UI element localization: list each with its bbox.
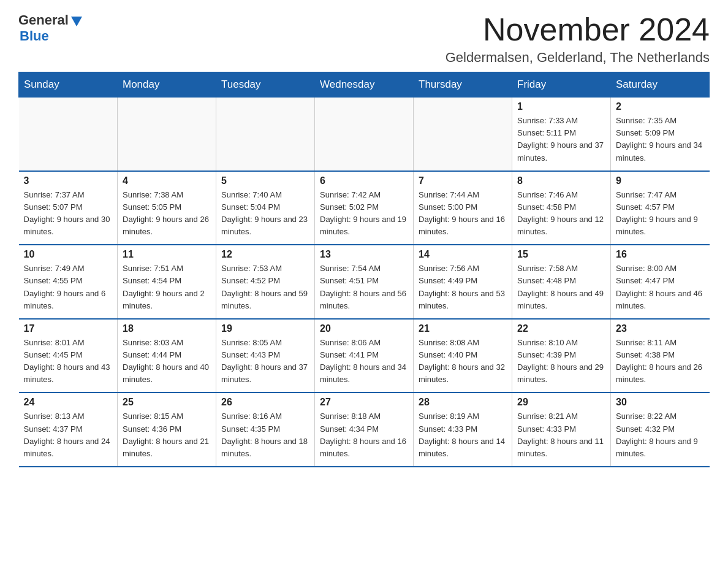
calendar-cell [118, 98, 216, 171]
day-info: Sunrise: 8:10 AM Sunset: 4:39 PM Dayligh… [517, 337, 605, 386]
calendar-week-row: 1Sunrise: 7:33 AM Sunset: 5:11 PM Daylig… [19, 98, 710, 171]
day-info: Sunrise: 8:16 AM Sunset: 4:35 PM Dayligh… [221, 410, 309, 460]
day-number: 23 [616, 323, 705, 334]
day-info: Sunrise: 8:08 AM Sunset: 4:40 PM Dayligh… [419, 337, 507, 386]
day-info: Sunrise: 8:15 AM Sunset: 4:36 PM Dayligh… [123, 410, 211, 460]
calendar-week-row: 24Sunrise: 8:13 AM Sunset: 4:37 PM Dayli… [19, 393, 710, 467]
day-info: Sunrise: 8:13 AM Sunset: 4:37 PM Dayligh… [24, 410, 113, 460]
logo-blue-text: Blue [20, 28, 49, 44]
day-number: 24 [24, 397, 113, 408]
day-number: 9 [616, 175, 705, 186]
day-number: 27 [320, 397, 408, 408]
page-header: General Blue November 2024 Geldermalsen,… [18, 12, 710, 66]
calendar-week-row: 3Sunrise: 7:37 AM Sunset: 5:07 PM Daylig… [19, 171, 710, 245]
calendar-cell: 27Sunrise: 8:18 AM Sunset: 4:34 PM Dayli… [315, 393, 414, 467]
title-area: November 2024 Geldermalsen, Gelderland, … [446, 12, 710, 66]
day-info: Sunrise: 8:01 AM Sunset: 4:45 PM Dayligh… [24, 337, 113, 386]
calendar-cell: 16Sunrise: 8:00 AM Sunset: 4:47 PM Dayli… [611, 245, 710, 319]
calendar-cell: 30Sunrise: 8:22 AM Sunset: 4:32 PM Dayli… [611, 393, 710, 467]
day-number: 12 [221, 249, 309, 260]
logo-triangle-icon [70, 14, 83, 28]
logo: General Blue [18, 12, 83, 44]
calendar-cell: 17Sunrise: 8:01 AM Sunset: 4:45 PM Dayli… [19, 319, 118, 393]
day-number: 5 [221, 175, 309, 186]
day-info: Sunrise: 8:19 AM Sunset: 4:33 PM Dayligh… [419, 410, 507, 460]
day-info: Sunrise: 7:58 AM Sunset: 4:48 PM Dayligh… [517, 262, 605, 312]
calendar-cell: 11Sunrise: 7:51 AM Sunset: 4:54 PM Dayli… [118, 245, 216, 319]
calendar-cell: 10Sunrise: 7:49 AM Sunset: 4:55 PM Dayli… [19, 245, 118, 319]
logo-general-text: General [18, 12, 69, 28]
day-number: 7 [419, 175, 507, 186]
weekday-header-saturday: Saturday [611, 72, 710, 98]
day-info: Sunrise: 7:46 AM Sunset: 4:58 PM Dayligh… [517, 189, 605, 239]
day-number: 6 [320, 175, 408, 186]
day-info: Sunrise: 7:54 AM Sunset: 4:51 PM Dayligh… [320, 262, 408, 312]
day-number: 11 [123, 249, 211, 260]
calendar-cell: 20Sunrise: 8:06 AM Sunset: 4:41 PM Dayli… [315, 319, 414, 393]
day-number: 10 [24, 249, 113, 260]
day-number: 18 [123, 323, 211, 334]
day-number: 19 [221, 323, 309, 334]
weekday-header-sunday: Sunday [19, 72, 118, 98]
calendar-cell: 8Sunrise: 7:46 AM Sunset: 4:58 PM Daylig… [512, 171, 611, 245]
day-info: Sunrise: 7:51 AM Sunset: 4:54 PM Dayligh… [123, 262, 211, 312]
day-info: Sunrise: 7:49 AM Sunset: 4:55 PM Dayligh… [24, 262, 113, 312]
calendar-cell: 1Sunrise: 7:33 AM Sunset: 5:11 PM Daylig… [512, 98, 611, 171]
calendar-cell: 21Sunrise: 8:08 AM Sunset: 4:40 PM Dayli… [414, 319, 512, 393]
day-info: Sunrise: 7:53 AM Sunset: 4:52 PM Dayligh… [221, 262, 309, 312]
calendar-cell: 15Sunrise: 7:58 AM Sunset: 4:48 PM Dayli… [512, 245, 611, 319]
calendar-cell: 13Sunrise: 7:54 AM Sunset: 4:51 PM Dayli… [315, 245, 414, 319]
weekday-header-friday: Friday [512, 72, 611, 98]
day-info: Sunrise: 7:40 AM Sunset: 5:04 PM Dayligh… [221, 189, 309, 239]
day-number: 21 [419, 323, 507, 334]
calendar-cell: 19Sunrise: 8:05 AM Sunset: 4:43 PM Dayli… [216, 319, 315, 393]
calendar-cell: 4Sunrise: 7:38 AM Sunset: 5:05 PM Daylig… [118, 171, 216, 245]
day-info: Sunrise: 7:47 AM Sunset: 4:57 PM Dayligh… [616, 189, 705, 239]
location-title: Geldermalsen, Gelderland, The Netherland… [446, 50, 710, 66]
day-number: 17 [24, 323, 113, 334]
day-number: 2 [616, 101, 705, 112]
calendar-cell: 14Sunrise: 7:56 AM Sunset: 4:49 PM Dayli… [414, 245, 512, 319]
calendar-cell: 22Sunrise: 8:10 AM Sunset: 4:39 PM Dayli… [512, 319, 611, 393]
day-number: 15 [517, 249, 605, 260]
weekday-header-wednesday: Wednesday [315, 72, 414, 98]
day-info: Sunrise: 7:33 AM Sunset: 5:11 PM Dayligh… [517, 115, 605, 164]
calendar-cell: 26Sunrise: 8:16 AM Sunset: 4:35 PM Dayli… [216, 393, 315, 467]
calendar-cell: 2Sunrise: 7:35 AM Sunset: 5:09 PM Daylig… [611, 98, 710, 171]
calendar-cell [414, 98, 512, 171]
calendar-week-row: 10Sunrise: 7:49 AM Sunset: 4:55 PM Dayli… [19, 245, 710, 319]
calendar-cell: 28Sunrise: 8:19 AM Sunset: 4:33 PM Dayli… [414, 393, 512, 467]
calendar-cell: 9Sunrise: 7:47 AM Sunset: 4:57 PM Daylig… [611, 171, 710, 245]
day-number: 22 [517, 323, 605, 334]
day-number: 28 [419, 397, 507, 408]
calendar-cell: 23Sunrise: 8:11 AM Sunset: 4:38 PM Dayli… [611, 319, 710, 393]
day-number: 3 [24, 175, 113, 186]
day-info: Sunrise: 8:11 AM Sunset: 4:38 PM Dayligh… [616, 337, 705, 386]
calendar-cell: 3Sunrise: 7:37 AM Sunset: 5:07 PM Daylig… [19, 171, 118, 245]
logo-icon: General Blue [18, 12, 83, 44]
calendar-cell: 7Sunrise: 7:44 AM Sunset: 5:00 PM Daylig… [414, 171, 512, 245]
day-number: 1 [517, 101, 605, 112]
weekday-header-monday: Monday [118, 72, 216, 98]
day-number: 8 [517, 175, 605, 186]
day-info: Sunrise: 7:38 AM Sunset: 5:05 PM Dayligh… [123, 189, 211, 239]
month-title: November 2024 [446, 12, 710, 47]
calendar-cell: 24Sunrise: 8:13 AM Sunset: 4:37 PM Dayli… [19, 393, 118, 467]
day-info: Sunrise: 8:06 AM Sunset: 4:41 PM Dayligh… [320, 337, 408, 386]
calendar-cell: 25Sunrise: 8:15 AM Sunset: 4:36 PM Dayli… [118, 393, 216, 467]
calendar-table: SundayMondayTuesdayWednesdayThursdayFrid… [18, 72, 710, 467]
svg-marker-0 [71, 17, 82, 26]
calendar-cell [216, 98, 315, 171]
weekday-header-thursday: Thursday [414, 72, 512, 98]
day-info: Sunrise: 7:56 AM Sunset: 4:49 PM Dayligh… [419, 262, 507, 312]
day-number: 29 [517, 397, 605, 408]
day-number: 20 [320, 323, 408, 334]
day-number: 16 [616, 249, 705, 260]
calendar-cell: 6Sunrise: 7:42 AM Sunset: 5:02 PM Daylig… [315, 171, 414, 245]
calendar-cell: 5Sunrise: 7:40 AM Sunset: 5:04 PM Daylig… [216, 171, 315, 245]
day-info: Sunrise: 8:21 AM Sunset: 4:33 PM Dayligh… [517, 410, 605, 460]
calendar-week-row: 17Sunrise: 8:01 AM Sunset: 4:45 PM Dayli… [19, 319, 710, 393]
day-number: 4 [123, 175, 211, 186]
day-info: Sunrise: 8:03 AM Sunset: 4:44 PM Dayligh… [123, 337, 211, 386]
day-info: Sunrise: 7:37 AM Sunset: 5:07 PM Dayligh… [24, 189, 113, 239]
